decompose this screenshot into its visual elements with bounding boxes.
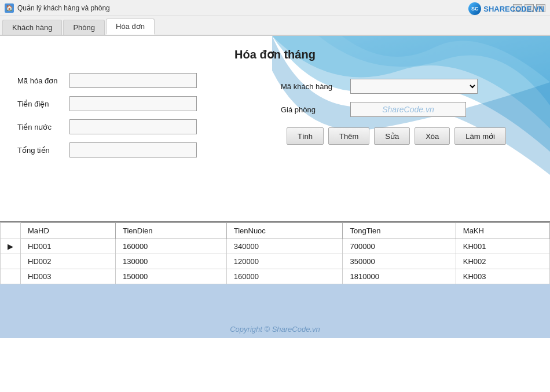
lam-moi-button[interactable]: Làm mới [454,127,506,145]
main-content: Hóa đơn tháng Mã hóa đơn Tiền điện Tiền … [0,36,550,338]
col-mahd: MaHD [21,223,116,239]
tien-nuoc-label: Tiền nước [17,123,69,131]
xoa-button[interactable]: Xóa [415,127,450,145]
table-section: MaHD TienDien TienNuoc TongTien MaKH ▶ H… [0,221,550,338]
tong-tien-input[interactable] [69,142,197,157]
ma-khach-hang-select[interactable]: KH001 KH002 KH003 [350,79,478,94]
cell-tiendien: 150000 [115,269,226,284]
col-makh: MaKH [456,223,549,239]
tong-tien-label: Tổng tiền [17,146,69,155]
tab-phong[interactable]: Phòng [63,20,105,35]
form-right: Mã khách hàng KH001 KH002 KH003 Giá phòn… [281,73,533,166]
gia-phong-container: ShareCode.vn [350,102,466,117]
cell-mahd: HD002 [21,254,116,269]
gia-phong-input[interactable] [350,102,466,117]
gia-phong-label: Giá phòng [281,105,350,114]
row-indicator: ▶ [1,239,21,254]
tien-nuoc-row: Tiền nước [17,119,269,134]
tien-dien-label: Tiền điện [17,100,69,108]
col-tongtien: TongTien [343,223,456,239]
ma-hoa-don-row: Mã hóa đơn [17,73,269,88]
button-row: Tính Thêm Sửa Xóa Làm mới [287,127,533,145]
cell-tiennuoc: 340000 [226,239,343,254]
gia-phong-row: Giá phòng ShareCode.vn [281,102,533,117]
title-bar: 🏠 Quản lý khách hàng và phòng _ □ ✕ [0,0,550,16]
logo-watermark: SC SHARECODE.VN [468,2,544,15]
cell-tongtien: 350000 [343,254,456,269]
tong-tien-row: Tổng tiền [17,142,269,157]
tinh-button[interactable]: Tính [287,127,324,145]
tien-nuoc-input[interactable] [69,119,197,134]
table-row[interactable]: HD002 130000 120000 350000 KH002 [1,254,550,269]
cell-mahd: HD003 [21,269,116,284]
table-row[interactable]: HD003 150000 160000 1810000 KH003 [1,269,550,284]
them-button[interactable]: Thêm [328,127,369,145]
tien-dien-input[interactable] [69,96,197,111]
table-row[interactable]: ▶ HD001 160000 340000 700000 KH001 [1,239,550,254]
tien-dien-row: Tiền điện [17,96,269,111]
cell-makh: KH002 [456,254,549,269]
col-tiendien: TienDien [115,223,226,239]
form-layout: Mã hóa đơn Tiền điện Tiền nước Tổng tiền [17,73,533,166]
col-indicator [1,223,21,239]
form-title: Hóa đơn tháng [17,47,533,61]
title-bar-text: Quản lý khách hàng và phòng [17,4,110,12]
form-left: Mã hóa đơn Tiền điện Tiền nước Tổng tiền [17,73,269,166]
footer-text: Copyright © ShareCode.vn [230,325,320,334]
ma-hoa-don-label: Mã hóa đơn [17,76,69,85]
row-indicator [1,269,21,284]
tab-hoa-don[interactable]: Hóa đơn [106,19,155,35]
tab-bar: Khách hàng Phòng Hóa đơn [0,16,550,36]
col-tiennuoc: TienNuoc [226,223,343,239]
table-header-row: MaHD TienDien TienNuoc TongTien MaKH [1,223,550,239]
cell-tongtien: 700000 [343,239,456,254]
cell-makh: KH001 [456,239,549,254]
cell-tiennuoc: 160000 [226,269,343,284]
logo-text: SHARECODE.VN [483,5,544,13]
form-section: Hóa đơn tháng Mã hóa đơn Tiền điện Tiền … [0,36,550,221]
sua-button[interactable]: Sửa [374,127,410,145]
cell-mahd: HD001 [21,239,116,254]
cell-makh: KH003 [456,269,549,284]
row-indicator [1,254,21,269]
tab-khach-hang[interactable]: Khách hàng [2,20,62,35]
ma-hoa-don-input[interactable] [69,73,197,88]
cell-tongtien: 1810000 [343,269,456,284]
table-wrapper: MaHD TienDien TienNuoc TongTien MaKH ▶ H… [0,222,550,338]
app-icon: 🏠 [5,3,14,13]
cell-tiendien: 160000 [115,239,226,254]
cell-tiennuoc: 120000 [226,254,343,269]
ma-khach-hang-label: Mã khách hàng [281,82,350,91]
cell-tiendien: 130000 [115,254,226,269]
ma-khach-hang-row: Mã khách hàng KH001 KH002 KH003 [281,79,533,94]
logo-icon: SC [468,2,481,15]
table-header: MaHD TienDien TienNuoc TongTien MaKH [1,223,550,239]
data-table: MaHD TienDien TienNuoc TongTien MaKH ▶ H… [0,222,550,284]
footer: Copyright © ShareCode.vn [0,325,550,334]
table-body: ▶ HD001 160000 340000 700000 KH001 HD002… [1,239,550,284]
